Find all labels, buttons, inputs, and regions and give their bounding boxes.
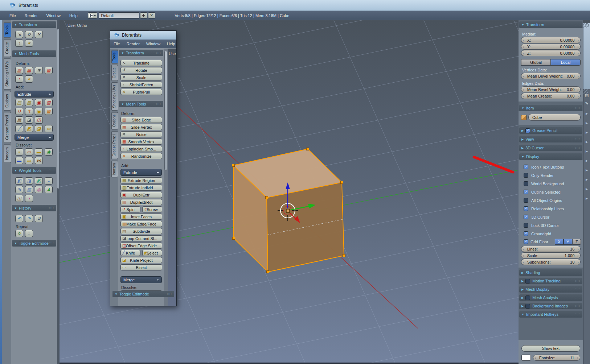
weight-gradient-radial-icon[interactable]: ◨ [25, 177, 33, 185]
delete-layout-button[interactable]: ✕ [148, 12, 155, 18]
smooth-vertex-icon[interactable]: ▦ [45, 67, 53, 74]
screw-icon[interactable]: ↯ [25, 108, 33, 115]
panel-grip-icon[interactable] [156, 102, 161, 106]
step-left-icon[interactable] [523, 253, 524, 258]
extrude-region-button[interactable]: ▤ Extrude Region [120, 177, 162, 183]
floating-panel-scrollbar[interactable] [164, 49, 168, 306]
add-layout-button[interactable]: ✚ [140, 12, 147, 18]
vertex-bevel-weight-field[interactable]: Mean Bevel Weight: 0.00 [521, 73, 581, 79]
extrude-dropdown[interactable]: Extrude [120, 169, 162, 176]
merge-dropdown[interactable]: Merge [15, 134, 54, 141]
panel-checkbox[interactable] [525, 295, 530, 300]
redo-icon[interactable]: ↷ [25, 215, 33, 222]
tab-options[interactable]: Options [4, 91, 11, 111]
transform-panel-header[interactable]: ▼ Transform [519, 21, 582, 28]
screw-button[interactable]: ↯ Screw [142, 206, 162, 212]
panel-grip-icon[interactable] [49, 23, 54, 26]
weight-invert-icon[interactable]: ◑ [25, 195, 33, 202]
panel-grip-icon[interactable] [575, 23, 580, 26]
edge-loops-delete-icon[interactable]: ▭ [25, 157, 33, 164]
repeat-last-icon[interactable]: ↻ [15, 230, 23, 237]
inset-faces-button[interactable]: ▣ Inset Faces [120, 214, 162, 220]
step-left-icon[interactable] [523, 94, 524, 98]
weight-tools-panel-header[interactable]: ▼ Weight Tools [12, 167, 56, 174]
bisect-button[interactable]: ▭ Bisect [120, 264, 162, 270]
knife-project-button[interactable]: ◪ Knife Project [120, 257, 162, 263]
step-right-icon[interactable] [577, 87, 579, 92]
checkbox[interactable] [524, 231, 528, 236]
local-button[interactable]: Local [551, 59, 581, 66]
laplacian-smooth-icon[interactable]: ◔ [15, 75, 23, 83]
checkbox[interactable] [524, 190, 528, 194]
groundgrid-checkbox[interactable]: Groundgrid [519, 229, 583, 238]
shrink-fatten-button[interactable]: ↕ Shrink/Fatten [120, 82, 162, 88]
grid-subdivisions-field[interactable]: Subdivisions: 10 [521, 259, 581, 265]
panel-mesh-analysis[interactable]: ▶ Mesh Analysis [519, 294, 582, 301]
panel-grip-icon[interactable] [575, 313, 580, 316]
panel-grip-icon[interactable] [156, 51, 161, 55]
panel-grip-icon[interactable] [575, 271, 580, 274]
mesh-tools-panel-header[interactable]: ▼ Mesh Tools [12, 50, 56, 57]
tab-tools[interactable]: Tools [4, 22, 11, 38]
checkbox[interactable] [524, 215, 528, 219]
grid-floor-checkbox[interactable] [524, 239, 528, 244]
global-button[interactable]: Global [521, 59, 551, 66]
translate-button[interactable]: ↘ Translate [120, 60, 162, 66]
float-menu-window[interactable]: Window [143, 42, 164, 46]
checkbox[interactable] [524, 181, 528, 186]
translate-icon[interactable]: ↘ [15, 31, 23, 38]
expand-arrow-icon[interactable]: ▶ [586, 131, 588, 134]
tab-shading-uvs[interactable]: Shading / UVs [111, 82, 118, 111]
panel-grip-icon[interactable] [575, 296, 580, 299]
panel-grip-icon[interactable] [575, 137, 580, 141]
scale-icon[interactable]: ✕ [35, 31, 43, 38]
tab-tools[interactable]: Tools [111, 50, 118, 63]
important-hotkeys-panel-header[interactable]: ▼ Important Hotkeys [519, 311, 582, 318]
floating-window[interactable]: Bforartists File Render Window Help Tool… [110, 30, 177, 306]
weight-contrast-icon[interactable]: ◩ [35, 177, 43, 185]
checkbox[interactable] [524, 206, 528, 211]
only-render-checkbox[interactable]: Only Render [519, 171, 583, 179]
panel-motion-tracking[interactable]: ▶ Motion Tracking [519, 278, 582, 284]
panel-background-images[interactable]: ▶ Background Images [519, 303, 582, 309]
float-menu-help[interactable]: Help [164, 42, 176, 46]
expand-arrow-icon[interactable]: ▶ [586, 121, 588, 125]
extrude-individual-icon[interactable]: ▥ [25, 99, 33, 106]
randomize-icon[interactable]: ✕ [25, 75, 33, 83]
repeat-history-icon[interactable]: ◌ [25, 230, 33, 237]
merge-dropdown[interactable]: Merge [120, 276, 162, 283]
step-left-icon[interactable] [523, 45, 524, 49]
dissolve-edges-icon[interactable]: ▭ [25, 148, 33, 156]
display-panel-header[interactable]: ▼ Display [519, 153, 582, 160]
step-right-icon[interactable] [577, 94, 579, 98]
knife-select-button[interactable]: ◩ Select [142, 250, 162, 256]
menu-help[interactable]: Help [65, 13, 82, 18]
panel-checkbox[interactable] [525, 279, 530, 284]
shrink-fatten-icon[interactable]: ↕ [15, 40, 23, 47]
degenerate-dissolve-icon[interactable]: ⋈ [35, 157, 43, 164]
edge-bevel-weight-field[interactable]: Mean Bevel Weight: 0.00 [521, 86, 581, 92]
checkbox[interactable] [524, 165, 528, 169]
step-right-icon[interactable] [577, 45, 579, 49]
tab-create[interactable]: Create [111, 65, 118, 81]
limited-dissolve-icon[interactable]: ◉ [45, 148, 53, 156]
weight-gradient-icon[interactable]: ◧ [15, 177, 23, 185]
panel-3d-cursor[interactable]: ▶ 3D Cursor [519, 145, 582, 151]
expand-arrow-icon[interactable]: ▶ [586, 169, 588, 172]
knife-icon[interactable]: ╱ [15, 125, 23, 132]
expand-arrow-icon[interactable]: ▶ [586, 150, 588, 153]
panel-grip-icon[interactable] [575, 129, 580, 132]
transform-panel-header[interactable]: ▼ Transform [119, 50, 163, 56]
subdivide-icon[interactable]: ▤ [15, 116, 23, 124]
expand-arrow-icon[interactable]: ▶ [586, 140, 588, 144]
panel-grip-icon[interactable] [49, 206, 54, 210]
median-x-field[interactable]: X: 0.00000 [521, 37, 581, 43]
step-right-icon[interactable] [577, 51, 579, 55]
float-menu-file[interactable]: File [110, 42, 123, 46]
grid-scale-field[interactable]: Scale: 1.000 [521, 252, 581, 258]
weight-assign-icon[interactable]: ♟ [45, 186, 53, 193]
smooth-vertex-button[interactable]: ▦ Smooth Vertex [120, 138, 162, 145]
panel-grip-icon[interactable] [575, 106, 580, 110]
knife-project-icon[interactable]: ◪ [35, 125, 43, 132]
history-panel-header[interactable]: ▼ History [12, 205, 56, 211]
